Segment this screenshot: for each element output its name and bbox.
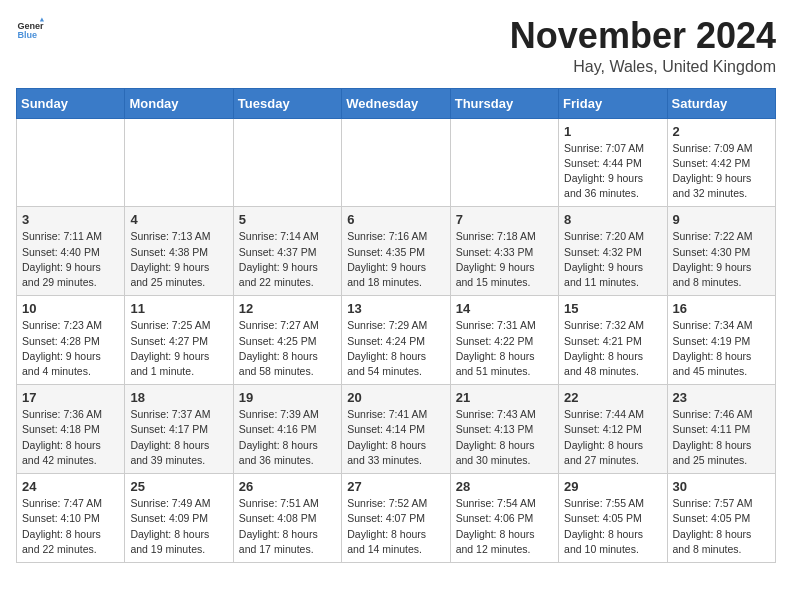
day-info: Sunrise: 7:14 AMSunset: 4:37 PMDaylight:… xyxy=(239,229,336,290)
day-number: 2 xyxy=(673,124,770,139)
month-title: November 2024 xyxy=(510,16,776,56)
calendar-cell: 9Sunrise: 7:22 AMSunset: 4:30 PMDaylight… xyxy=(667,207,775,296)
day-number: 11 xyxy=(130,301,227,316)
day-number: 9 xyxy=(673,212,770,227)
day-number: 17 xyxy=(22,390,119,405)
calendar-cell: 21Sunrise: 7:43 AMSunset: 4:13 PMDayligh… xyxy=(450,385,558,474)
calendar-cell: 26Sunrise: 7:51 AMSunset: 4:08 PMDayligh… xyxy=(233,474,341,563)
calendar-cell: 11Sunrise: 7:25 AMSunset: 4:27 PMDayligh… xyxy=(125,296,233,385)
logo-icon: General Blue xyxy=(16,16,44,44)
weekday-header-sunday: Sunday xyxy=(17,88,125,118)
day-number: 27 xyxy=(347,479,444,494)
calendar-cell: 12Sunrise: 7:27 AMSunset: 4:25 PMDayligh… xyxy=(233,296,341,385)
day-number: 29 xyxy=(564,479,661,494)
day-info: Sunrise: 7:52 AMSunset: 4:07 PMDaylight:… xyxy=(347,496,444,557)
calendar-cell: 19Sunrise: 7:39 AMSunset: 4:16 PMDayligh… xyxy=(233,385,341,474)
weekday-header-wednesday: Wednesday xyxy=(342,88,450,118)
calendar-cell: 5Sunrise: 7:14 AMSunset: 4:37 PMDaylight… xyxy=(233,207,341,296)
day-info: Sunrise: 7:22 AMSunset: 4:30 PMDaylight:… xyxy=(673,229,770,290)
calendar-cell: 2Sunrise: 7:09 AMSunset: 4:42 PMDaylight… xyxy=(667,118,775,207)
weekday-header-monday: Monday xyxy=(125,88,233,118)
calendar-cell xyxy=(342,118,450,207)
calendar-cell: 8Sunrise: 7:20 AMSunset: 4:32 PMDaylight… xyxy=(559,207,667,296)
day-number: 25 xyxy=(130,479,227,494)
calendar-week-row: 3Sunrise: 7:11 AMSunset: 4:40 PMDaylight… xyxy=(17,207,776,296)
day-info: Sunrise: 7:44 AMSunset: 4:12 PMDaylight:… xyxy=(564,407,661,468)
weekday-header-saturday: Saturday xyxy=(667,88,775,118)
day-info: Sunrise: 7:47 AMSunset: 4:10 PMDaylight:… xyxy=(22,496,119,557)
calendar-table: SundayMondayTuesdayWednesdayThursdayFrid… xyxy=(16,88,776,563)
calendar-cell: 3Sunrise: 7:11 AMSunset: 4:40 PMDaylight… xyxy=(17,207,125,296)
calendar-cell: 25Sunrise: 7:49 AMSunset: 4:09 PMDayligh… xyxy=(125,474,233,563)
day-number: 12 xyxy=(239,301,336,316)
calendar-cell xyxy=(125,118,233,207)
day-info: Sunrise: 7:09 AMSunset: 4:42 PMDaylight:… xyxy=(673,141,770,202)
calendar-cell: 20Sunrise: 7:41 AMSunset: 4:14 PMDayligh… xyxy=(342,385,450,474)
day-info: Sunrise: 7:32 AMSunset: 4:21 PMDaylight:… xyxy=(564,318,661,379)
day-info: Sunrise: 7:34 AMSunset: 4:19 PMDaylight:… xyxy=(673,318,770,379)
calendar-week-row: 17Sunrise: 7:36 AMSunset: 4:18 PMDayligh… xyxy=(17,385,776,474)
calendar-cell: 7Sunrise: 7:18 AMSunset: 4:33 PMDaylight… xyxy=(450,207,558,296)
day-info: Sunrise: 7:23 AMSunset: 4:28 PMDaylight:… xyxy=(22,318,119,379)
day-number: 30 xyxy=(673,479,770,494)
day-info: Sunrise: 7:16 AMSunset: 4:35 PMDaylight:… xyxy=(347,229,444,290)
title-area: November 2024 Hay, Wales, United Kingdom xyxy=(510,16,776,76)
day-info: Sunrise: 7:43 AMSunset: 4:13 PMDaylight:… xyxy=(456,407,553,468)
calendar-cell xyxy=(17,118,125,207)
day-info: Sunrise: 7:31 AMSunset: 4:22 PMDaylight:… xyxy=(456,318,553,379)
day-info: Sunrise: 7:36 AMSunset: 4:18 PMDaylight:… xyxy=(22,407,119,468)
day-info: Sunrise: 7:46 AMSunset: 4:11 PMDaylight:… xyxy=(673,407,770,468)
day-info: Sunrise: 7:37 AMSunset: 4:17 PMDaylight:… xyxy=(130,407,227,468)
calendar-cell: 1Sunrise: 7:07 AMSunset: 4:44 PMDaylight… xyxy=(559,118,667,207)
calendar-cell: 4Sunrise: 7:13 AMSunset: 4:38 PMDaylight… xyxy=(125,207,233,296)
day-number: 14 xyxy=(456,301,553,316)
day-info: Sunrise: 7:20 AMSunset: 4:32 PMDaylight:… xyxy=(564,229,661,290)
logo: General Blue xyxy=(16,16,44,44)
calendar-cell xyxy=(450,118,558,207)
calendar-cell: 30Sunrise: 7:57 AMSunset: 4:05 PMDayligh… xyxy=(667,474,775,563)
day-info: Sunrise: 7:13 AMSunset: 4:38 PMDaylight:… xyxy=(130,229,227,290)
calendar-cell: 16Sunrise: 7:34 AMSunset: 4:19 PMDayligh… xyxy=(667,296,775,385)
day-number: 3 xyxy=(22,212,119,227)
day-info: Sunrise: 7:54 AMSunset: 4:06 PMDaylight:… xyxy=(456,496,553,557)
calendar-cell: 15Sunrise: 7:32 AMSunset: 4:21 PMDayligh… xyxy=(559,296,667,385)
calendar-cell: 28Sunrise: 7:54 AMSunset: 4:06 PMDayligh… xyxy=(450,474,558,563)
day-info: Sunrise: 7:27 AMSunset: 4:25 PMDaylight:… xyxy=(239,318,336,379)
day-number: 19 xyxy=(239,390,336,405)
day-info: Sunrise: 7:51 AMSunset: 4:08 PMDaylight:… xyxy=(239,496,336,557)
day-info: Sunrise: 7:55 AMSunset: 4:05 PMDaylight:… xyxy=(564,496,661,557)
day-info: Sunrise: 7:11 AMSunset: 4:40 PMDaylight:… xyxy=(22,229,119,290)
weekday-header-thursday: Thursday xyxy=(450,88,558,118)
day-number: 13 xyxy=(347,301,444,316)
day-info: Sunrise: 7:41 AMSunset: 4:14 PMDaylight:… xyxy=(347,407,444,468)
weekday-header-tuesday: Tuesday xyxy=(233,88,341,118)
calendar-week-row: 10Sunrise: 7:23 AMSunset: 4:28 PMDayligh… xyxy=(17,296,776,385)
day-info: Sunrise: 7:25 AMSunset: 4:27 PMDaylight:… xyxy=(130,318,227,379)
day-number: 5 xyxy=(239,212,336,227)
day-info: Sunrise: 7:57 AMSunset: 4:05 PMDaylight:… xyxy=(673,496,770,557)
day-number: 18 xyxy=(130,390,227,405)
calendar-week-row: 24Sunrise: 7:47 AMSunset: 4:10 PMDayligh… xyxy=(17,474,776,563)
calendar-week-row: 1Sunrise: 7:07 AMSunset: 4:44 PMDaylight… xyxy=(17,118,776,207)
day-info: Sunrise: 7:29 AMSunset: 4:24 PMDaylight:… xyxy=(347,318,444,379)
day-number: 26 xyxy=(239,479,336,494)
day-number: 20 xyxy=(347,390,444,405)
svg-text:Blue: Blue xyxy=(17,30,37,40)
day-info: Sunrise: 7:49 AMSunset: 4:09 PMDaylight:… xyxy=(130,496,227,557)
calendar-cell: 13Sunrise: 7:29 AMSunset: 4:24 PMDayligh… xyxy=(342,296,450,385)
calendar-cell: 23Sunrise: 7:46 AMSunset: 4:11 PMDayligh… xyxy=(667,385,775,474)
header: General Blue November 2024 Hay, Wales, U… xyxy=(16,16,776,76)
day-number: 8 xyxy=(564,212,661,227)
calendar-cell: 6Sunrise: 7:16 AMSunset: 4:35 PMDaylight… xyxy=(342,207,450,296)
day-number: 22 xyxy=(564,390,661,405)
day-number: 15 xyxy=(564,301,661,316)
day-number: 1 xyxy=(564,124,661,139)
svg-marker-2 xyxy=(40,17,44,21)
day-info: Sunrise: 7:07 AMSunset: 4:44 PMDaylight:… xyxy=(564,141,661,202)
calendar-cell: 24Sunrise: 7:47 AMSunset: 4:10 PMDayligh… xyxy=(17,474,125,563)
day-number: 10 xyxy=(22,301,119,316)
day-info: Sunrise: 7:18 AMSunset: 4:33 PMDaylight:… xyxy=(456,229,553,290)
weekday-header-row: SundayMondayTuesdayWednesdayThursdayFrid… xyxy=(17,88,776,118)
day-number: 7 xyxy=(456,212,553,227)
day-number: 28 xyxy=(456,479,553,494)
